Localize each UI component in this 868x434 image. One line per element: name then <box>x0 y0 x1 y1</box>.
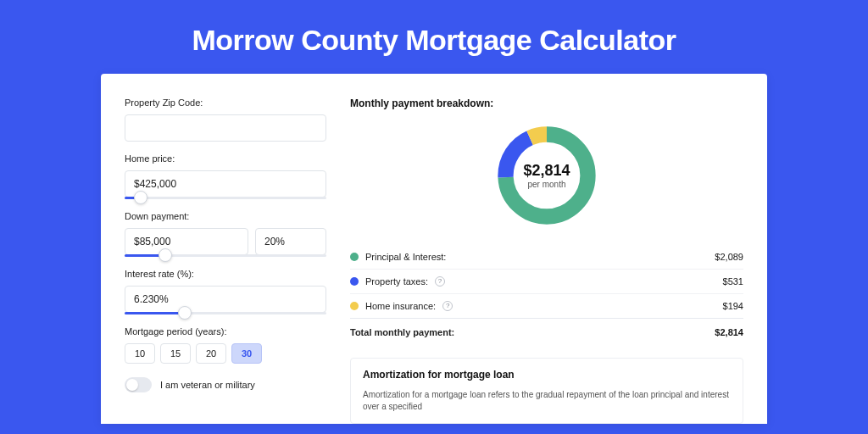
interest-input[interactable] <box>125 286 326 313</box>
page-title: Morrow County Mortgage Calculator <box>0 0 868 74</box>
donut-amount: $2,814 <box>523 162 570 180</box>
zip-label: Property Zip Code: <box>125 97 326 108</box>
period-btn-10[interactable]: 10 <box>125 343 155 364</box>
toggle-knob-icon <box>126 379 138 391</box>
zip-input[interactable] <box>125 114 326 142</box>
legend-dot-icon <box>350 253 359 261</box>
amortization-title: Amortization for mortgage loan <box>363 369 731 381</box>
info-icon[interactable]: ? <box>435 276 445 287</box>
period-options: 10152030 <box>125 343 326 364</box>
down-payment-pct-input[interactable] <box>255 228 326 255</box>
amortization-text: Amortization for a mortgage loan refers … <box>363 389 731 413</box>
home-price-input[interactable] <box>125 170 326 198</box>
period-btn-20[interactable]: 20 <box>196 343 226 364</box>
legend-total-row: Total monthly payment: $2,814 <box>350 318 743 344</box>
total-label: Total monthly payment: <box>350 327 454 337</box>
legend-value: $194 <box>723 301 743 311</box>
period-label: Mortgage period (years): <box>125 326 326 337</box>
down-payment-input[interactable] <box>125 228 248 255</box>
legend-row: Home insurance:?$194 <box>350 293 743 318</box>
field-home-price: Home price: <box>125 153 326 199</box>
total-value: $2,814 <box>715 327 743 337</box>
legend-label: Home insurance: <box>365 301 436 311</box>
down-payment-slider[interactable] <box>125 254 326 257</box>
field-veteran: I am veteran or military <box>125 377 326 392</box>
calculator-card: Property Zip Code: Home price: Down paym… <box>101 74 767 424</box>
down-payment-label: Down payment: <box>125 211 326 221</box>
donut-chart: $2,814 per month <box>350 121 743 230</box>
period-btn-15[interactable]: 15 <box>160 343 191 364</box>
interest-slider[interactable] <box>125 312 326 314</box>
legend: Principal & Interest:$2,089Property taxe… <box>350 245 743 318</box>
legend-label: Property taxes: <box>365 276 428 287</box>
home-price-label: Home price: <box>125 153 326 164</box>
field-interest: Interest rate (%): <box>125 269 326 314</box>
legend-label: Principal & Interest: <box>365 252 446 262</box>
slider-thumb-icon[interactable] <box>178 306 192 320</box>
breakdown-title: Monthly payment breakdown: <box>350 97 743 109</box>
info-icon[interactable]: ? <box>442 301 453 311</box>
legend-value: $531 <box>723 276 743 287</box>
interest-label: Interest rate (%): <box>125 269 326 279</box>
field-zip: Property Zip Code: <box>125 97 326 142</box>
legend-row: Property taxes:?$531 <box>350 269 743 293</box>
field-down-payment: Down payment: <box>125 211 326 257</box>
slider-thumb-icon[interactable] <box>159 248 172 262</box>
slider-thumb-icon[interactable] <box>134 191 147 204</box>
period-btn-30[interactable]: 30 <box>231 343 262 364</box>
inputs-panel: Property Zip Code: Home price: Down paym… <box>125 97 326 424</box>
veteran-toggle[interactable] <box>125 377 152 392</box>
legend-dot-icon <box>350 277 359 286</box>
veteran-label: I am veteran or military <box>160 380 255 390</box>
amortization-section: Amortization for mortgage loan Amortizat… <box>350 358 743 424</box>
field-period: Mortgage period (years): 10152030 <box>125 326 326 364</box>
donut-sub: per month <box>527 180 565 189</box>
legend-row: Principal & Interest:$2,089 <box>350 245 743 269</box>
breakdown-panel: Monthly payment breakdown: $2,814 per mo… <box>350 97 743 424</box>
legend-dot-icon <box>350 302 359 310</box>
home-price-slider[interactable] <box>125 197 326 199</box>
legend-value: $2,089 <box>715 252 743 262</box>
